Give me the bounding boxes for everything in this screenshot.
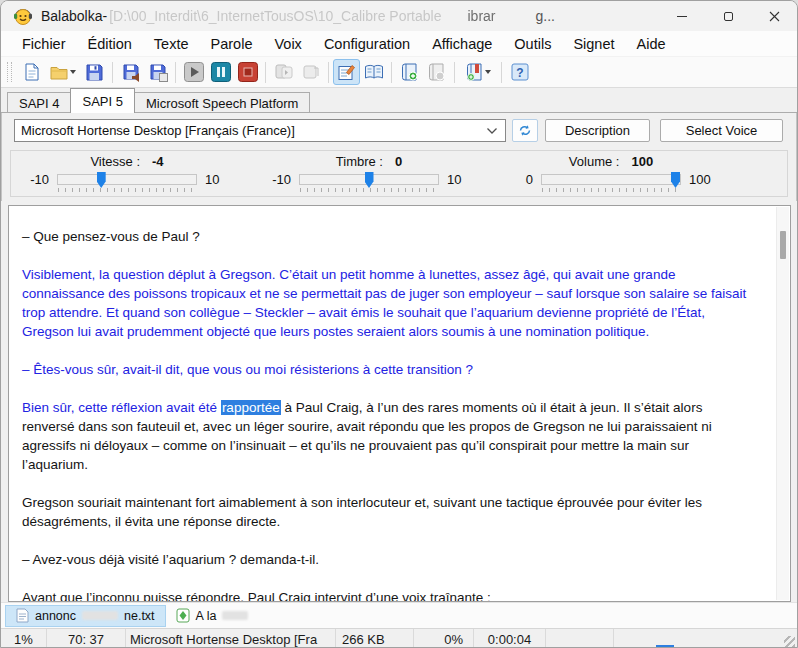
toolbar: ? [1, 57, 797, 88]
toolbar-separator [391, 62, 392, 83]
document-tabs: annonc ne.txt A la [1, 602, 797, 628]
menu-item-parole[interactable]: Parole [200, 36, 264, 52]
volume-value: 100 [631, 154, 653, 169]
highlighted-word: rapportée [221, 400, 281, 415]
status-bar: 1% 70: 37 Microsoft Hortense Desktop [Fr… [1, 628, 797, 648]
select-voice-button[interactable]: Select Voice [660, 119, 783, 142]
timbre-min-label: -10 [263, 172, 291, 187]
tab-microsoft-speech-platform[interactable]: Microsoft Speech Platform [134, 92, 310, 113]
menu-bar: Fichier Édition Texte Parole Voix Config… [1, 31, 797, 57]
document-tab-2[interactable]: A la [166, 605, 259, 627]
paragraph: – Avez-vous déjà visité l’aquarium ? dem… [22, 550, 756, 569]
redacted-text [82, 611, 118, 620]
screen-edge-artifact [656, 645, 674, 647]
remove-dictionary-button[interactable] [423, 59, 450, 85]
status-line-column: 70: 37 [47, 629, 126, 648]
save-audio-file-button[interactable] [117, 59, 144, 85]
voice-select[interactable]: Microsoft Hortense Desktop [Français (Fr… [14, 119, 506, 142]
close-button[interactable] [751, 1, 797, 31]
toolbar-separator [265, 62, 266, 83]
status-file-size: 266 KB [336, 629, 414, 648]
menu-item-texte[interactable]: Texte [143, 36, 200, 52]
svg-text:?: ? [516, 66, 523, 80]
editor-scrollbar[interactable] [776, 207, 789, 600]
tab-sapi5[interactable]: SAPI 5 [70, 88, 134, 113]
open-file-button[interactable] [45, 59, 81, 85]
refresh-voices-button[interactable] [512, 119, 538, 142]
menu-item-aide[interactable]: Aide [626, 36, 677, 52]
speaker-overlay-icon [132, 73, 141, 82]
bookmarks-icon [466, 63, 483, 81]
toolbar-grip[interactable] [7, 62, 12, 82]
volume-label: Volume : [569, 154, 620, 169]
document-tab-label: A la [196, 609, 217, 623]
read-text-button[interactable] [180, 59, 207, 85]
maximize-button[interactable] [705, 1, 751, 31]
volume-slider: Volume :100 0 100 [505, 154, 717, 196]
refresh-icon [518, 124, 532, 137]
split-to-audio-files-button[interactable] [144, 59, 171, 85]
next-fragment-button[interactable] [297, 59, 324, 85]
redacted-text [222, 611, 248, 620]
menu-item-configuration[interactable]: Configuration [313, 36, 421, 52]
voice-row: Microsoft Hortense Desktop [Français (Fr… [14, 119, 784, 142]
save-button[interactable] [81, 59, 108, 85]
menu-item-outils[interactable]: Outils [503, 36, 562, 52]
bookmarks-button[interactable] [459, 59, 497, 85]
menu-item-fichier[interactable]: Fichier [11, 36, 77, 52]
add-dictionary-button[interactable] [396, 59, 423, 85]
resize-grip[interactable] [784, 636, 795, 647]
timbre-thumb[interactable] [365, 172, 374, 188]
balabolka-window: Balabolka - [D:\00_Interdit\6_InternetTo… [0, 0, 798, 648]
status-empty [614, 629, 797, 648]
remove-dictionary-icon [428, 63, 445, 81]
status-elapsed-time: 0:00:04 [474, 629, 546, 648]
minimize-button[interactable] [659, 1, 705, 31]
document-tab-1[interactable]: annonc ne.txt [5, 605, 166, 627]
window-controls [659, 1, 797, 31]
previous-fragment-button[interactable] [270, 59, 297, 85]
timbre-track[interactable] [299, 174, 439, 185]
vitesse-min-label: -10 [21, 172, 49, 187]
volume-thumb[interactable] [671, 172, 680, 188]
new-document-button[interactable] [18, 59, 45, 85]
save-icon [86, 64, 103, 81]
timbre-slider: Timbre :0 -10 10 [263, 154, 475, 196]
editor-scrollbar-thumb[interactable] [780, 231, 786, 259]
stop-icon [238, 62, 258, 82]
vitesse-thumb[interactable] [97, 172, 106, 188]
menu-item-signet[interactable]: Signet [562, 36, 625, 52]
voice-select-value: Microsoft Hortense Desktop [Français (Fr… [21, 123, 486, 138]
description-button[interactable]: Description [545, 119, 650, 142]
help-button[interactable]: ? [506, 59, 533, 85]
text-highlight-toggle-button[interactable] [333, 59, 360, 85]
paragraph: Gregson souriait maintenant fort aimable… [22, 493, 756, 531]
menu-item-edition[interactable]: Édition [77, 36, 143, 52]
balabolka-app-icon [13, 6, 33, 26]
timbre-value: 0 [395, 154, 402, 169]
vitesse-slider: Vitesse :-4 -10 10 [21, 154, 233, 196]
stop-button[interactable] [234, 59, 261, 85]
minimize-icon [677, 16, 687, 17]
close-icon [769, 11, 780, 22]
toolbar-separator [454, 62, 455, 83]
voice-settings-panel: Microsoft Hortense Desktop [Français (Fr… [1, 113, 797, 201]
ebook-icon [176, 608, 190, 623]
bookmarks-menu-arrow-icon[interactable] [485, 70, 491, 74]
dictionary-button[interactable] [360, 59, 387, 85]
timbre-max-label: 10 [447, 172, 475, 187]
vitesse-max-label: 10 [205, 172, 233, 187]
tab-sapi4[interactable]: SAPI 4 [7, 92, 71, 113]
voice-parameters-box: Vitesse :-4 -10 10 Timbre :0 -10 10 Volu… [10, 150, 788, 197]
volume-track[interactable] [541, 174, 681, 185]
open-file-menu-arrow-icon[interactable] [70, 70, 76, 74]
menu-item-affichage[interactable]: Affichage [421, 36, 503, 52]
menu-item-voix[interactable]: Voix [263, 36, 312, 52]
spoken-text: Bien sûr, cette réflexion avait été [22, 400, 221, 415]
file-overlay-icon [159, 73, 168, 82]
text-editor[interactable]: – Que pensez-vous de Paul ? Visiblement,… [8, 205, 791, 602]
vitesse-label: Vitesse : [90, 154, 140, 169]
paragraph: Avant que l’inconnu puisse répondre, Pau… [22, 588, 756, 602]
pause-button[interactable] [207, 59, 234, 85]
vitesse-track[interactable] [57, 174, 197, 185]
